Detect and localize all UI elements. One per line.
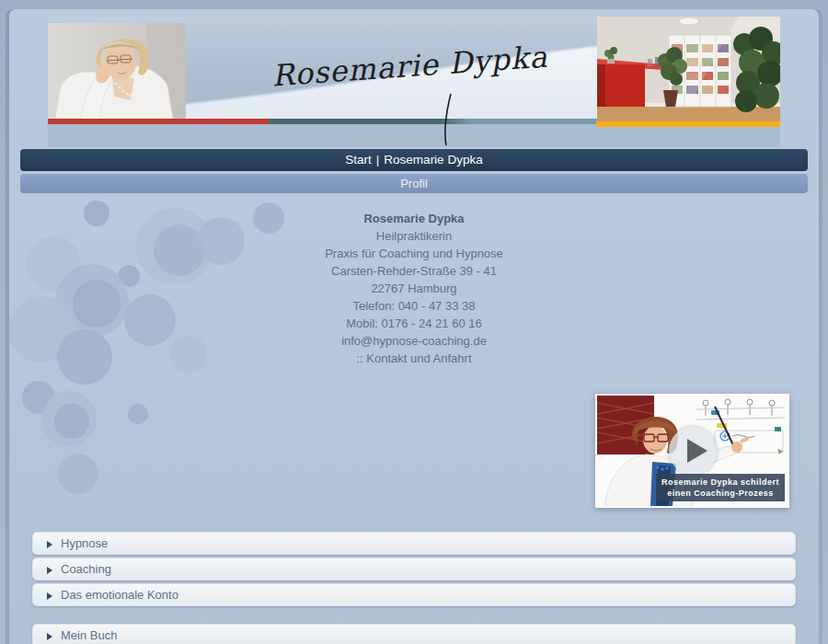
header-stripe-red	[48, 119, 269, 124]
contact-line-city: 22767 Hamburg	[138, 280, 690, 297]
content-area: Rosemarie Dypka Heilpraktikerin Praxis f…	[9, 195, 819, 644]
contact-block: Rosemarie Dypka Heilpraktikerin Praxis f…	[138, 210, 690, 367]
arrow-right-icon	[47, 567, 52, 574]
accordion-item-das-emotionale-konto[interactable]: Das emotionale Konto	[32, 583, 796, 606]
header-banner: Rosemarie Dypka	[48, 17, 780, 147]
accordion-label: Coaching	[61, 562, 111, 576]
nav-separator: |	[372, 153, 385, 167]
accordion-item-mein-buch[interactable]: Mein Buch	[32, 624, 796, 644]
play-icon	[687, 439, 707, 463]
arrow-right-icon	[47, 633, 52, 640]
header-stripe-teal	[269, 119, 597, 124]
nav-current-page: Rosemarie Dypka	[384, 153, 482, 167]
kontakt-anfahrt-link[interactable]: :: Kontakt und Anfahrt	[138, 350, 690, 367]
nav-start-link[interactable]: Start	[345, 153, 372, 167]
contact-line-phone: Telefon: 040 - 47 33 38	[138, 297, 690, 315]
video-thumbnail[interactable]: Rosemarie Dypka schildert einen Coaching…	[595, 394, 789, 508]
accordion-item-coaching[interactable]: Coaching	[32, 558, 796, 581]
contact-name: Rosemarie Dypka	[138, 210, 690, 227]
main-nav: Start|Rosemarie Dypka	[20, 149, 808, 171]
office-photo	[597, 17, 780, 122]
contact-line-practice: Praxis für Coaching und Hypnose	[138, 245, 690, 262]
video-caption-line1: Rosemarie Dypka schildert	[656, 477, 785, 488]
accordion-item-hypnose[interactable]: Hypnose	[32, 532, 796, 555]
accordion-label: Das emotionale Konto	[61, 588, 178, 602]
portrait-photo	[48, 23, 186, 119]
accordion-label: Mein Buch	[61, 628, 117, 642]
video-caption-line2: einen Coaching-Prozess	[656, 488, 785, 499]
contact-line-street: Carsten-Rehder-Straße 39 - 41	[138, 262, 690, 280]
contact-line-profession: Heilpraktikerin	[138, 227, 690, 245]
page: { "nav": { "start": "Start", "separator"…	[0, 0, 828, 644]
contact-line-mobile: Mobil: 0176 - 24 21 60 16	[138, 315, 690, 332]
subnav-profil[interactable]: Profil	[20, 174, 808, 193]
accordion-label: Hypnose	[61, 536, 108, 550]
play-button[interactable]	[669, 427, 717, 475]
arrow-right-icon	[47, 592, 52, 600]
main-container: Rosemarie Dypka Start|Rosemarie Dypka Pr…	[9, 9, 819, 644]
header-stripe-gold	[596, 121, 780, 127]
video-caption: Rosemarie Dypka schildert einen Coaching…	[656, 474, 785, 501]
arrow-right-icon	[47, 541, 52, 548]
contact-email-link[interactable]: info@hypnose-coaching.de	[138, 332, 690, 350]
